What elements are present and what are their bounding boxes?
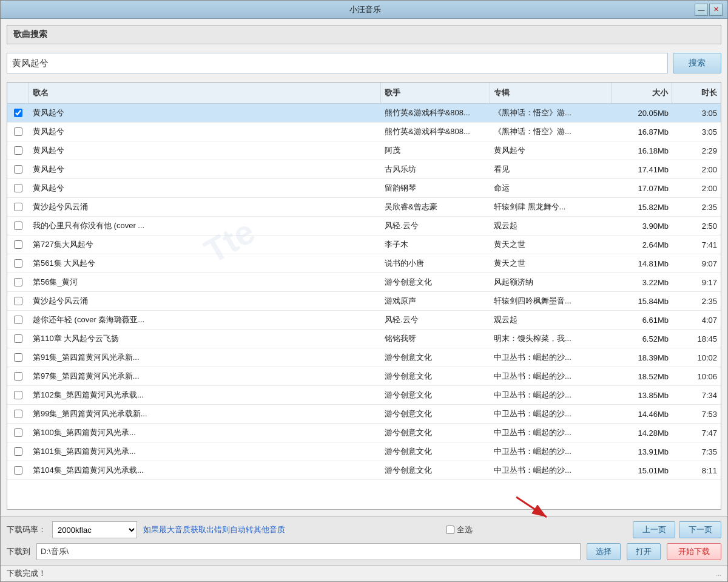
row-name: 第102集_第四篇黄河风光承载... bbox=[29, 386, 381, 404]
row-duration: 3:05 bbox=[672, 105, 721, 121]
row-checkbox[interactable] bbox=[14, 203, 22, 211]
row-checkbox[interactable] bbox=[14, 259, 22, 268]
row-album: 轩辕剑肆 黑龙舞兮... bbox=[490, 198, 612, 216]
row-name: 黄沙起兮风云涌 bbox=[29, 292, 381, 310]
info-text: 如果最大音质获取出错则自动转其他音质 bbox=[143, 524, 285, 535]
download-path-label: 下载到 bbox=[7, 546, 30, 557]
row-name: 第101集_第四篇黄河风光承... bbox=[29, 442, 381, 461]
next-page-button[interactable]: 下一页 bbox=[679, 521, 721, 538]
select-all-checkbox[interactable] bbox=[446, 526, 454, 534]
open-folder-button[interactable]: 打开 bbox=[627, 543, 661, 560]
table-row: 黄风起兮 留韵钢琴 命运 17.07Mb 2:00 bbox=[7, 179, 721, 198]
row-size: 17.41Mb bbox=[612, 161, 672, 178]
row-checkbox[interactable] bbox=[14, 297, 22, 305]
search-input[interactable] bbox=[7, 53, 668, 73]
col-name: 歌名 bbox=[29, 83, 381, 103]
row-duration: 7:53 bbox=[672, 406, 721, 422]
status-bar: 下载完成！ ... bbox=[1, 565, 727, 581]
search-button[interactable]: 搜索 bbox=[673, 53, 721, 73]
row-duration: 7:34 bbox=[672, 387, 721, 404]
row-duration: 18:45 bbox=[672, 331, 721, 347]
row-checkbox[interactable] bbox=[14, 240, 22, 249]
row-artist: 游兮创意文化 bbox=[381, 348, 490, 367]
row-checkbox[interactable] bbox=[14, 222, 22, 230]
table-row: 第104集_第四篇黄河风光承载... 游兮创意文化 中卫丛书：崛起的沙... 1… bbox=[7, 461, 721, 480]
table-row: 第101集_第四篇黄河风光承... 游兮创意文化 中卫丛书：崛起的沙... 13… bbox=[7, 442, 721, 461]
row-size: 15.82Mb bbox=[612, 199, 672, 215]
row-album: 中卫丛书：崛起的沙... bbox=[490, 461, 612, 479]
row-checkbox-cell bbox=[7, 350, 29, 365]
table-row: 第110章 大风起兮云飞扬 铭铭我呀 明末：馒头榨菜，我... 6.52Mb 1… bbox=[7, 330, 721, 348]
table-row: 黄沙起兮风云涌 吴欣睿&曾志豪 轩辕剑肆 黑龙舞兮... 15.82Mb 2:3… bbox=[7, 198, 721, 217]
row-name: 第110章 大风起兮云飞扬 bbox=[29, 330, 381, 348]
row-size: 14.46Mb bbox=[612, 406, 672, 422]
row-checkbox[interactable] bbox=[14, 184, 22, 192]
row-artist: 风轻.云兮 bbox=[381, 217, 490, 235]
row-checkbox[interactable] bbox=[14, 278, 22, 286]
table-row: 黄风起兮 熊竹英&游戏科学&808... 《黑神话：悟空》游... 16.87M… bbox=[7, 123, 721, 141]
row-album: 中卫丛书：崛起的沙... bbox=[490, 442, 612, 461]
row-size: 14.28Mb bbox=[612, 425, 672, 441]
table-row: 第727集大风起兮 李子木 黄天之世 2.64Mb 7:41 bbox=[7, 235, 721, 254]
select-all-label[interactable]: 全选 bbox=[457, 524, 473, 535]
row-duration: 2:50 bbox=[672, 218, 721, 234]
row-checkbox[interactable] bbox=[14, 428, 22, 437]
results-table: 歌名 歌手 专辑 大小 时长 黄风起兮 熊竹英&游戏科学&808... 《黑神话… bbox=[7, 82, 721, 510]
row-checkbox[interactable] bbox=[14, 127, 22, 136]
col-duration: 时长 bbox=[672, 83, 721, 103]
row-checkbox-cell bbox=[7, 161, 29, 177]
row-duration: 7:47 bbox=[672, 425, 721, 441]
row-album: 看见 bbox=[490, 160, 612, 178]
row-checkbox-cell bbox=[7, 387, 29, 403]
content-area: 歌曲搜索 搜索 歌名 歌手 专辑 大小 时长 黄风起兮 熊竹英&游戏科学&808… bbox=[1, 19, 727, 516]
row-artist: 游兮创意文化 bbox=[381, 386, 490, 404]
close-button[interactable]: ✕ bbox=[709, 4, 723, 16]
row-name: 第91集_第四篇黄河风光承新... bbox=[29, 348, 381, 367]
row-checkbox[interactable] bbox=[14, 334, 22, 343]
row-size: 13.91Mb bbox=[612, 444, 672, 460]
row-checkbox[interactable] bbox=[14, 109, 22, 117]
download-path-input[interactable] bbox=[36, 543, 581, 560]
table-row: 第102集_第四篇黄河风光承载... 游兮创意文化 中卫丛书：崛起的沙... 1… bbox=[7, 386, 721, 405]
row-checkbox[interactable] bbox=[14, 410, 22, 418]
search-row: 搜索 bbox=[7, 49, 721, 77]
row-name: 黄沙起兮风云涌 bbox=[29, 198, 381, 216]
row-checkbox[interactable] bbox=[14, 372, 22, 381]
row-size: 15.84Mb bbox=[612, 293, 672, 310]
row-album: 明末：馒头榨菜，我... bbox=[490, 330, 612, 348]
row-checkbox[interactable] bbox=[14, 447, 22, 456]
row-size: 3.90Mb bbox=[612, 218, 672, 234]
row-duration: 2:00 bbox=[672, 180, 721, 197]
table-row: 黄风起兮 熊竹英&游戏科学&808... 《黑神话：悟空》游... 20.05M… bbox=[7, 104, 721, 123]
row-checkbox-cell bbox=[7, 199, 29, 215]
row-name: 第727集大风起兮 bbox=[29, 235, 381, 254]
row-checkbox[interactable] bbox=[14, 353, 22, 362]
row-checkbox[interactable] bbox=[14, 146, 22, 155]
row-artist: 游戏原声 bbox=[381, 292, 490, 310]
row-duration: 10:02 bbox=[672, 350, 721, 366]
start-download-button[interactable]: 开始下载 bbox=[667, 543, 721, 560]
row-album: 中卫丛书：崛起的沙... bbox=[490, 367, 612, 385]
select-all-row: 全选 bbox=[446, 524, 473, 535]
row-artist: 留韵钢琴 bbox=[381, 179, 490, 197]
row-album: 《黑神话：悟空》游... bbox=[490, 123, 612, 141]
row-checkbox-cell bbox=[7, 331, 29, 347]
col-size: 大小 bbox=[612, 83, 672, 103]
prev-page-button[interactable]: 上一页 bbox=[633, 521, 675, 538]
row-checkbox[interactable] bbox=[14, 391, 22, 399]
row-checkbox-cell bbox=[7, 293, 29, 309]
row-album: 《黑神话：悟空》游... bbox=[490, 104, 612, 122]
row-size: 20.05Mb bbox=[612, 105, 672, 121]
row-name: 第56集_黄河 bbox=[29, 273, 381, 291]
bitrate-label: 下载码率： bbox=[7, 524, 46, 535]
select-folder-button[interactable]: 选择 bbox=[587, 543, 621, 560]
row-name: 第104集_第四篇黄河风光承载... bbox=[29, 461, 381, 479]
minimize-button[interactable]: — bbox=[695, 4, 708, 16]
bitrate-select[interactable]: 128kmp3320kmp3500kflac1000kflac2000kflac bbox=[52, 521, 137, 538]
row-checkbox[interactable] bbox=[14, 316, 22, 324]
section-header: 歌曲搜索 bbox=[7, 25, 721, 44]
row-name: 我的心里只有你没有他 (cover ... bbox=[29, 217, 381, 235]
row-checkbox[interactable] bbox=[14, 466, 22, 475]
row-album: 黄风起兮 bbox=[490, 141, 612, 160]
row-checkbox[interactable] bbox=[14, 165, 22, 174]
